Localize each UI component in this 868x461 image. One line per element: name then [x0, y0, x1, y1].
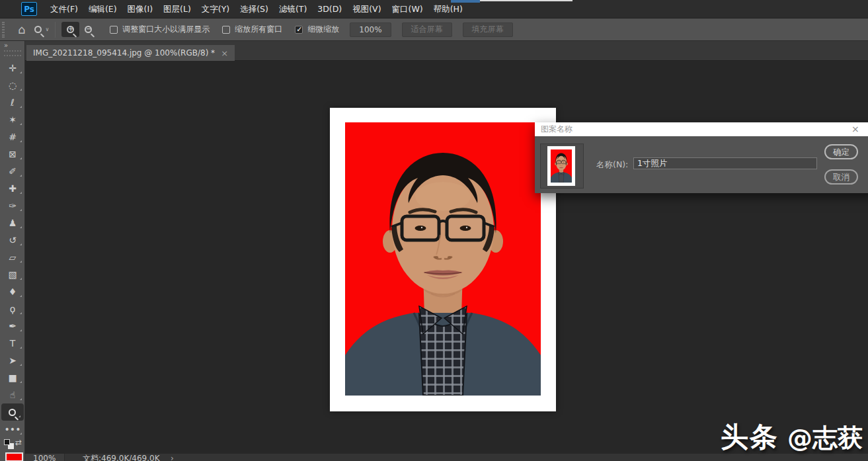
zoom-out-icon: − [85, 26, 92, 33]
menu-item[interactable]: 文件(F) [45, 0, 83, 18]
tool-icon: ✚ [9, 183, 17, 194]
healing-brush-tool[interactable]: ✚ [0, 180, 25, 197]
tool-icon: ⊠ [9, 149, 17, 159]
photoshop-window: Ps 文件(F) 编辑(E) 图像(I) 图层(L) 文字(Y) 选择(S) 滤… [0, 0, 868, 461]
menu-item[interactable]: 帮助(H) [428, 0, 468, 18]
menu-item[interactable]: 图像(I) [122, 0, 158, 18]
eyedropper-tool[interactable]: ✐ [0, 163, 25, 180]
menu-item[interactable]: 选择(S) [235, 0, 274, 18]
photoshop-logo: Ps [21, 2, 37, 16]
menu-item[interactable]: 3D(D) [312, 0, 347, 18]
tool-icon: ✐ [9, 166, 17, 177]
path-selection-tool[interactable]: ➤ [0, 352, 25, 369]
eraser-tool[interactable]: ▱ [0, 249, 25, 266]
tool-icon: ✑ [9, 200, 17, 211]
move-tool[interactable]: ✛ [0, 60, 25, 77]
crop-tool[interactable]: # [0, 128, 25, 146]
tools-panel-grip[interactable] [4, 50, 21, 56]
canvas-area[interactable] [25, 61, 868, 454]
options-checkbox[interactable]: 缩放所有窗口 [222, 24, 282, 35]
rectangle-tool[interactable]: ■ [0, 369, 25, 386]
status-chevron-icon[interactable]: › [171, 454, 174, 461]
gradient-tool[interactable]: ▧ [0, 266, 25, 283]
cancel-button[interactable]: 取消 [824, 169, 858, 185]
screen-artifact-white [480, 0, 572, 1]
checkbox-label: 调整窗口大小以满屏显示 [122, 24, 210, 35]
tools-list: ✛ ◌ ℓ ✶ # ⊠ [0, 60, 24, 438]
menu-bar: Ps 文件(F) 编辑(E) 图像(I) 图层(L) 文字(Y) 选择(S) 滤… [0, 0, 868, 18]
type-tool[interactable]: T [0, 335, 25, 352]
pattern-preview-box [540, 144, 584, 189]
menu-item[interactable]: 图层(L) [158, 0, 196, 18]
menu-item[interactable]: 视图(V) [347, 0, 386, 18]
blur-tool[interactable]: ♦ [0, 283, 25, 300]
checkbox-icon[interactable] [110, 26, 118, 34]
document-size-info: 文档:469.0K/469.0K [83, 454, 160, 461]
marquee-tool[interactable]: ◌ [0, 77, 25, 94]
frame-tool[interactable]: ⊠ [0, 146, 25, 163]
foreground-color-swatch[interactable] [5, 452, 23, 461]
options-button[interactable]: 100% [350, 22, 391, 37]
magic-wand-tool[interactable]: ✶ [0, 111, 25, 128]
options-checkbox[interactable]: 细微缩放 [295, 24, 339, 35]
options-bar-grip[interactable] [2, 22, 5, 38]
pattern-thumbnail [547, 146, 575, 186]
options-checkboxes: 调整窗口大小以满屏显示 缩放所有窗口 细微缩放 [97, 24, 339, 35]
panel-collapse-icon[interactable]: » [0, 41, 24, 49]
hand-tool[interactable]: ☝ [0, 386, 25, 403]
tool-icon: ••• [5, 424, 21, 435]
zoom-in-button[interactable]: + [61, 22, 79, 37]
options-checkbox[interactable]: 调整窗口大小以满屏显示 [110, 24, 210, 35]
tool-icon: ℓ [11, 97, 15, 108]
tool-icon [9, 409, 16, 416]
menu-item[interactable]: 窗口(W) [387, 0, 428, 18]
tools-panel: » ✛ ◌ ℓ ✶ # [0, 41, 25, 461]
plus-sign: + [67, 25, 74, 33]
options-button[interactable]: 适合屏幕 [402, 22, 452, 37]
name-input[interactable] [633, 157, 817, 169]
menu-items: 文件(F) 编辑(E) 图像(I) 图层(L) 文字(Y) 选择(S) 滤镜(T… [45, 0, 468, 18]
name-field-label: 名称(N): [596, 159, 629, 171]
watermark: 头条 @志获 [721, 419, 863, 456]
menu-item[interactable]: 编辑(E) [83, 0, 122, 18]
zoom-tool[interactable] [1, 403, 24, 421]
tool-icon: ✒ [9, 321, 17, 331]
zoom-level-field[interactable]: 100% [25, 454, 65, 461]
tool-icon: ▧ [8, 269, 17, 280]
swap-colors-icon[interactable]: ⇄ [15, 438, 22, 447]
tool-icon: T [10, 338, 16, 349]
tool-icon: ♟ [9, 218, 17, 228]
ok-button[interactable]: 确定 [824, 144, 858, 159]
tool-icon: ☝ [10, 390, 16, 400]
dialog-title-bar[interactable]: 图案名称 × [535, 122, 868, 136]
pattern-name-dialog: 图案名称 × 名称(N): 确定 取消 [535, 122, 868, 193]
history-brush-tool[interactable]: ↺ [0, 231, 25, 249]
minus-sign: − [85, 25, 92, 33]
close-icon[interactable]: × [221, 48, 228, 58]
checkbox-icon[interactable] [295, 26, 303, 34]
close-icon[interactable]: × [851, 122, 859, 136]
zoom-tool-preset[interactable]: ∨ [34, 26, 49, 33]
tool-icon: ■ [8, 372, 17, 383]
dodge-tool[interactable]: ϙ [0, 300, 25, 317]
document-tab[interactable]: IMG_20211218_095414.jpg @ 100%(RGB/8) * … [26, 45, 235, 61]
tool-icon: ✶ [9, 114, 17, 125]
options-button[interactable]: 填充屏幕 [463, 22, 513, 37]
pen-tool[interactable]: ✒ [0, 317, 25, 335]
divider [55, 22, 56, 38]
tool-icon: ♦ [9, 286, 17, 297]
options-bar: ⌂ ∨ + − 调整窗口大小以满屏显示 [0, 18, 868, 41]
lasso-tool[interactable]: ℓ [0, 94, 25, 111]
checkbox-icon[interactable] [222, 26, 230, 34]
zoom-out-button[interactable]: − [79, 22, 97, 37]
chevron-down-icon: ∨ [45, 26, 49, 32]
clone-stamp-tool[interactable]: ♟ [0, 214, 25, 231]
menu-item[interactable]: 文字(Y) [196, 0, 235, 18]
edit-toolbar[interactable]: ••• [0, 421, 25, 438]
tool-icon: ↺ [9, 235, 17, 245]
home-icon[interactable]: ⌂ [18, 24, 25, 36]
menu-item[interactable]: 滤镜(T) [274, 0, 312, 18]
brush-tool[interactable]: ✑ [0, 197, 25, 214]
tool-icon: ▱ [9, 252, 17, 263]
dialog-body: 名称(N): 确定 取消 [535, 136, 868, 193]
